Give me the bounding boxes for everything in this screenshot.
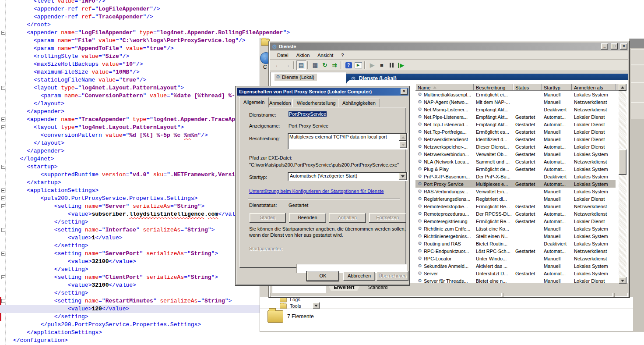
- column-header-beschreibung[interactable]: Beschreibung: [474, 84, 513, 91]
- window-play-icon[interactable]: ▶: [353, 60, 363, 70]
- help-icon[interactable]: ?: [344, 60, 353, 70]
- scroll-up-button[interactable]: [399, 134, 407, 141]
- menu-ansicht[interactable]: Ansicht: [314, 52, 337, 59]
- table-row[interactable]: ⚙ServerUnterstützt D...GestartetAutomat.…: [415, 270, 616, 277]
- table-row[interactable]: ⚙Remoteprozedurau...Der RPCSS-Di...Gesta…: [415, 210, 616, 217]
- chevron-down-icon[interactable]: [399, 173, 407, 180]
- close-icon[interactable]: ×: [401, 89, 408, 95]
- table-row[interactable]: ⚙NAP-Agent (Netwo...Mit dem NAP-...Manue…: [415, 98, 616, 106]
- column-header-anmelden-als[interactable]: Anmelden als: [572, 84, 616, 91]
- stop-button[interactable]: Beenden: [289, 213, 326, 223]
- show-console-tree-icon[interactable]: ▤: [296, 60, 306, 70]
- column-header-name[interactable]: Name: [415, 84, 474, 91]
- table-row[interactable]: ⚙Plug & PlayErmöglicht de...GestartetAut…: [415, 165, 616, 173]
- table-cell: Ermöglicht Be...: [474, 204, 513, 209]
- refresh-icon[interactable]: ↻: [320, 60, 330, 70]
- properties-icon[interactable]: ▦: [310, 60, 320, 70]
- table-row[interactable]: ⚙Remotedesktopdie...Ermöglicht Be...Gest…: [415, 203, 616, 210]
- service-gear-icon: ⚙: [418, 270, 422, 276]
- table-row[interactable]: ⚙PnP-X-IP-Busenum...Der PnP-X-Bu...Deakt…: [415, 173, 616, 180]
- table-row[interactable]: ⚙Net.Msmq-Listener...Empfängt Akt...Deak…: [415, 106, 616, 113]
- table-row[interactable]: ⚙Netzwerkverbindun...Verwaltet Ob...Gest…: [415, 150, 616, 158]
- explorer-toolbar-fragment: [631, 49, 644, 65]
- tab-anmelden[interactable]: Anmelden: [265, 99, 296, 107]
- minimize-button[interactable]: _: [601, 43, 608, 50]
- table-row[interactable]: ⚙Registrierungsdiens...Registriert di...…: [415, 195, 616, 203]
- restart-service-icon[interactable]: ▶: [396, 60, 406, 70]
- table-row[interactable]: ⚙Net.Tcp-Portfreiga...Ermöglicht es...Ge…: [415, 128, 616, 135]
- startup-options-help-link[interactable]: Unterstützung beim Konfigurieren der Sta…: [249, 189, 384, 194]
- maximize-button[interactable]: □: [611, 43, 618, 50]
- table-row[interactable]: ⚙RAS-Verbindungsv...Verwaltet Ein...Manu…: [415, 188, 616, 195]
- service-gear-icon: ⚙: [418, 92, 422, 97]
- table-cell: Gestartet: [513, 152, 542, 157]
- table-cell: Lokales System: [572, 271, 616, 276]
- table-row[interactable]: ⚙RPC-Endpunktzuor...Löst RPC-Sch...Gesta…: [415, 247, 616, 255]
- table-cell: Ermöglicht de...: [474, 167, 513, 172]
- table-row[interactable]: ⚙Sekundäre Anmeld...Aktiviert das ...Man…: [415, 262, 616, 270]
- table-row[interactable]: ⚙Server für Threads...Bietet eine n...Ma…: [415, 277, 616, 283]
- toolbar-separator: [364, 61, 366, 69]
- dialog-titlebar[interactable]: Eigenschaften von Port Proxy Service (Lo…: [237, 88, 408, 96]
- scrollbar-thumb[interactable]: [619, 149, 626, 175]
- scroll-up-button[interactable]: [619, 84, 626, 91]
- table-cell: Gestartet: [513, 204, 542, 209]
- forward-icon[interactable]: →: [282, 60, 292, 70]
- back-icon[interactable]: ←: [273, 60, 282, 70]
- menu-hilfe[interactable]: ?: [338, 52, 347, 59]
- table-cell: Der RPCSS-Di...: [474, 211, 513, 217]
- list-scrollbar[interactable]: [619, 84, 626, 284]
- tab-wiederherstellung[interactable]: Wiederherstellung: [292, 99, 340, 107]
- table-row[interactable]: ⚙Net.Tcp-Listenerad...Empfängt Akt...Ges…: [415, 121, 616, 128]
- scroll-down-button[interactable]: [619, 277, 626, 284]
- tree-item-dienste-lokal[interactable]: ⚙ Dienste (Lokal): [274, 74, 317, 81]
- table-cell: Lokales System: [572, 167, 616, 172]
- table-row[interactable]: ⚙Port Proxy ServiceMultiplexes e...Gesta…: [415, 180, 616, 188]
- service-gear-icon: ⚙: [418, 107, 422, 112]
- table-cell: ⚙RAS-Verbindungsv...: [415, 189, 474, 194]
- table-cell: Ermöglicht es...: [474, 129, 513, 135]
- column-header-status[interactable]: Status: [513, 84, 542, 91]
- table-row[interactable]: ⚙Routing und RASBietet Routin...Deaktivi…: [415, 240, 616, 247]
- menu-aktion[interactable]: Aktion: [293, 52, 313, 59]
- table-row[interactable]: ⚙RemoteregistrierungErmöglicht Re...Gest…: [415, 217, 616, 225]
- table-row[interactable]: ⚙Richtlinie zum Entfe...Lässt eine Ko...…: [415, 225, 616, 232]
- services-window-titlebar[interactable]: ⚙ Dienste _ □ ×: [270, 43, 628, 50]
- cancel-button[interactable]: Abbrechen: [343, 271, 375, 281]
- table-cell: Lokales System: [572, 92, 616, 97]
- table-row[interactable]: ⚙NLA (Network Loca...Sammelt und ...Gest…: [415, 158, 616, 165]
- tab-allgemein[interactable]: Allgemein: [239, 97, 269, 107]
- export-list-icon[interactable]: ⇉: [330, 60, 339, 70]
- table-cell: ⚙Port Proxy Service: [415, 181, 474, 187]
- scroll-down-button[interactable]: [399, 141, 407, 148]
- ok-button[interactable]: OK: [307, 271, 339, 281]
- stop-service-icon[interactable]: ■: [377, 60, 387, 70]
- table-cell: Netzwerkdienst: [572, 159, 616, 164]
- table-cell: Automat...: [542, 249, 572, 254]
- table-row[interactable]: ⚙NetzwerklistendienstIdentifiziert d...G…: [415, 135, 616, 143]
- description-textbox[interactable]: Multiplexes external TCP/IP data on loca…: [288, 133, 408, 149]
- table-row[interactable]: ⚙Netzwerkspeicher-...Dieser Dienst...Ges…: [415, 143, 616, 150]
- table-row[interactable]: ⚙Net.Pipe-Listenera...Empfängt Akt...Ges…: [415, 113, 616, 121]
- start-type-combobox[interactable]: Automatisch (Verzögerter Start): [288, 172, 408, 181]
- service-gear-icon: ⚙: [418, 189, 422, 194]
- start-button: Starten: [250, 213, 286, 223]
- table-row[interactable]: ⚙RPC-LocatorUnter Windo...ManuellNetzwer…: [415, 255, 616, 262]
- table-row[interactable]: ⚙Richtlinienergebniss...Stellt einen N..…: [415, 232, 616, 240]
- menu-datei[interactable]: Datei: [274, 52, 292, 59]
- close-button[interactable]: ×: [620, 43, 627, 50]
- column-header-starttyp[interactable]: Starttyp: [542, 84, 572, 91]
- service-name-value[interactable]: PortProxyService: [289, 111, 327, 117]
- table-cell: Unterstützt D...: [474, 271, 513, 276]
- services-table: Name Beschreibung Status Starttyp Anmeld…: [415, 84, 616, 283]
- folder-tree-item[interactable]: Tools: [279, 303, 301, 309]
- tab-abhaengigkeiten[interactable]: Abhängigkeiten: [338, 99, 380, 107]
- code-line: <appender-ref ref="TraceAppender"/>: [0, 13, 279, 21]
- pause-service-icon[interactable]: [387, 60, 396, 70]
- dropdown-button[interactable]: [313, 302, 320, 309]
- service-status-label: Dienststatus:: [249, 203, 277, 208]
- table-row[interactable]: ⚙Multimediaklassenpl...Ermöglicht ei...M…: [415, 91, 616, 98]
- table-cell: Netzwerkdienst: [572, 100, 616, 105]
- explorer-toolbar-fragment: [631, 65, 644, 82]
- start-service-icon[interactable]: ▶: [367, 60, 377, 70]
